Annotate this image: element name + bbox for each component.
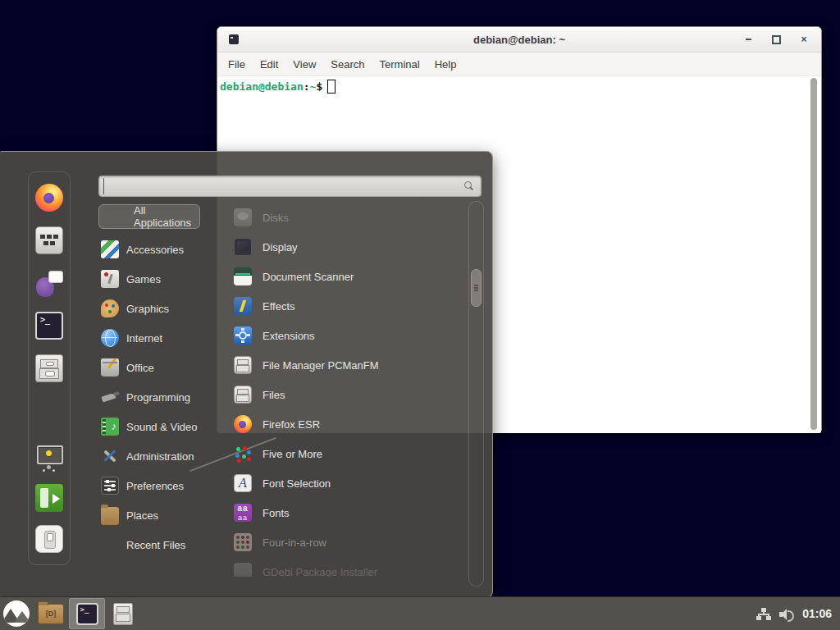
network-icon[interactable] xyxy=(756,608,771,620)
category-item[interactable]: Accessories xyxy=(98,235,221,264)
terminal-window-title: debian@debian: ~ xyxy=(217,34,821,46)
category-item[interactable]: Programming xyxy=(98,382,221,412)
category-icon xyxy=(101,477,119,495)
close-button[interactable]: × xyxy=(798,34,810,45)
app-icon xyxy=(234,326,252,345)
app-icon xyxy=(234,297,252,315)
sidebar-bottom-group xyxy=(35,443,63,553)
menu-launcher-button[interactable] xyxy=(0,597,33,630)
app-list-item[interactable]: Font Selection xyxy=(234,468,465,498)
search-input[interactable] xyxy=(103,178,464,194)
app-label: GDebi Package Installer xyxy=(262,566,377,578)
category-item[interactable]: Administration xyxy=(98,441,221,471)
category-item[interactable]: Games xyxy=(98,264,221,294)
terminal-menu-item[interactable]: Search xyxy=(323,55,372,74)
taskbar-item-files[interactable] xyxy=(105,598,141,629)
category-item[interactable]: Recent Files xyxy=(98,530,221,559)
terminal-menu-item[interactable]: Edit xyxy=(253,55,285,74)
volume-icon[interactable] xyxy=(779,608,794,620)
app-list-item[interactable]: Files xyxy=(234,380,465,409)
app-icon xyxy=(234,386,252,404)
sidebar-session-button[interactable] xyxy=(35,484,63,512)
category-icon xyxy=(101,447,119,465)
app-icon xyxy=(234,267,252,285)
menu-app-list: Disks Display Document Scanner Effects xyxy=(234,203,465,577)
app-list-item[interactable]: Document Scanner xyxy=(234,262,465,291)
sidebar-favorite-button[interactable] xyxy=(35,226,63,254)
category-label: Sound & Video xyxy=(126,421,198,433)
menu-search-box[interactable] xyxy=(98,176,482,197)
app-list-item[interactable]: Effects xyxy=(234,291,465,321)
app-list-item[interactable]: Fonts xyxy=(234,498,465,527)
category-item[interactable]: Office xyxy=(98,353,221,382)
app-list-item[interactable]: Firefox ESR xyxy=(234,409,465,439)
category-icon xyxy=(101,536,119,554)
search-icon xyxy=(464,181,474,191)
sidebar-favorite-button[interactable] xyxy=(35,354,63,382)
sidebar-session-button[interactable] xyxy=(35,443,63,471)
category-label: Places xyxy=(126,509,158,522)
category-icon xyxy=(108,208,126,226)
terminal-scrollbar[interactable] xyxy=(810,78,818,430)
category-label: All Applications xyxy=(134,204,191,229)
app-label: Fonts xyxy=(262,507,290,519)
application-menu: debian xyxy=(0,151,493,598)
category-item[interactable]: Internet xyxy=(98,323,221,353)
category-icon xyxy=(101,358,119,377)
category-icon xyxy=(101,507,119,525)
category-item[interactable]: Sound & Video xyxy=(98,412,221,441)
terminal-menu-item[interactable]: Help xyxy=(427,55,464,74)
app-icon xyxy=(234,504,252,522)
app-label: Five or More xyxy=(262,448,322,460)
terminal-prompt: debian@debian:~$ xyxy=(220,80,821,94)
folder-icon: [D] xyxy=(38,604,64,624)
app-list-item[interactable]: File Manager PCManFM xyxy=(234,350,465,380)
sidebar-favorite-button[interactable] xyxy=(35,269,63,297)
app-list-item[interactable]: Disks xyxy=(234,203,465,232)
category-item[interactable]: Places xyxy=(98,500,221,530)
app-label: Disks xyxy=(262,212,289,224)
category-item[interactable]: All Applications xyxy=(98,204,200,229)
category-icon xyxy=(101,418,119,436)
app-label: Document Scanner xyxy=(262,271,354,283)
file-cabinet-icon xyxy=(113,603,133,625)
terminal-menu-item[interactable]: View xyxy=(285,55,323,74)
taskbar-item-file-manager[interactable]: [D] xyxy=(33,598,69,629)
prompt-user-host: debian@debian xyxy=(220,80,304,93)
app-list-item[interactable]: Display xyxy=(234,232,465,262)
app-list-item[interactable]: Extensions xyxy=(234,321,465,350)
category-icon xyxy=(101,240,119,258)
menu-favorites-sidebar xyxy=(28,171,71,565)
app-icon xyxy=(234,533,252,551)
app-icon xyxy=(234,208,252,226)
category-item[interactable]: Preferences xyxy=(98,471,221,500)
app-label: Effects xyxy=(262,300,295,313)
terminal-menu-item[interactable]: Terminal xyxy=(372,55,427,74)
category-label: Internet xyxy=(126,332,162,345)
sidebar-session-button[interactable] xyxy=(35,525,63,553)
app-label: Four-in-a-row xyxy=(262,536,326,549)
terminal-scrollbar-thumb[interactable] xyxy=(810,78,817,430)
prompt-path: ~ xyxy=(310,80,317,93)
app-list-scrollbar[interactable] xyxy=(468,201,484,587)
minimize-button[interactable] xyxy=(742,34,754,45)
sidebar-favorite-button[interactable] xyxy=(35,312,63,340)
category-icon xyxy=(101,299,119,317)
app-icon xyxy=(234,415,252,433)
taskbar-item-terminal[interactable] xyxy=(69,598,105,629)
app-list-item[interactable]: Four-in-a-row xyxy=(234,527,465,557)
app-label: Extensions xyxy=(262,330,315,342)
maximize-button[interactable] xyxy=(770,34,782,45)
menu-category-list: All Applications Accessories Games Graph… xyxy=(98,204,221,559)
sidebar-favorite-button[interactable] xyxy=(35,184,63,212)
app-icon xyxy=(234,563,252,577)
category-label: Preferences xyxy=(126,480,184,492)
taskbar-clock[interactable]: 01:06 xyxy=(802,607,832,620)
category-item[interactable]: Graphics xyxy=(98,294,221,323)
app-list-scrollbar-thumb[interactable] xyxy=(471,269,482,307)
app-list-item[interactable]: Five or More xyxy=(234,439,465,468)
app-list-item[interactable]: GDebi Package Installer xyxy=(234,557,465,577)
terminal-titlebar[interactable]: debian@debian: ~ × xyxy=(217,27,821,52)
terminal-menu-item[interactable]: File xyxy=(221,55,253,74)
app-icon xyxy=(234,238,252,256)
